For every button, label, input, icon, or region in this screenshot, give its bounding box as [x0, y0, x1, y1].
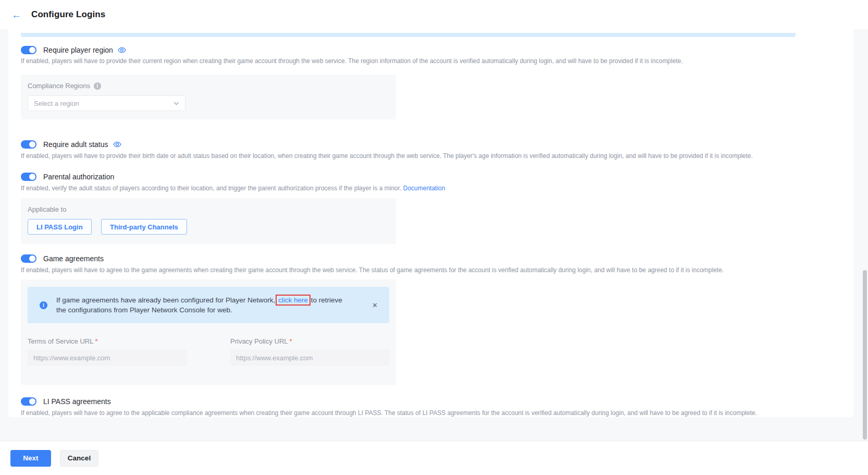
game-agreements-panel: i If game agreements have already been c…	[21, 279, 396, 385]
applicable-to-label: Applicable to	[28, 205, 389, 213]
parental-authorization-description-text: If enabled, verify the adult status of p…	[21, 185, 401, 192]
game-agreements-toggle[interactable]	[21, 254, 36, 263]
require-adult-status-description: If enabled, players will have to provide…	[21, 152, 841, 160]
applicable-to-panel: Applicable to LI PASS Login Third-party …	[21, 198, 396, 244]
require-adult-status-row: Require adult status	[21, 140, 841, 149]
info-circle-icon[interactable]: i	[94, 82, 101, 90]
game-agreements-info-banner: i If game agreements have already been c…	[28, 287, 389, 323]
info-circle-icon: i	[40, 301, 47, 309]
require-adult-status-label: Require adult status	[43, 140, 108, 149]
li-pass-agreements-description: If enabled, players will have to agree t…	[21, 409, 841, 417]
vertical-scrollbar[interactable]	[863, 270, 867, 440]
region-select-placeholder: Select a region	[34, 100, 79, 107]
eye-icon[interactable]	[118, 46, 126, 54]
info-banner-text: If game agreements have already been con…	[56, 295, 351, 315]
scrolled-banner-remnant	[21, 33, 796, 37]
agreement-url-fields: Terms of Service URL* Privacy Policy URL…	[28, 337, 389, 366]
parental-authorization-description: If enabled, verify the adult status of p…	[21, 185, 841, 192]
footer-bar: Next Cancel	[0, 441, 868, 475]
privacy-policy-label-text: Privacy Policy URL	[230, 337, 288, 345]
require-player-region-description: If enabled, players will have to provide…	[21, 57, 841, 65]
li-pass-agreements-row: LI PASS agreements	[21, 397, 841, 406]
required-asterisk: *	[95, 337, 97, 345]
cancel-button[interactable]: Cancel	[60, 450, 98, 467]
li-pass-login-button[interactable]: LI PASS Login	[28, 219, 92, 235]
game-agreements-description: If enabled, players will have to agree t…	[21, 266, 841, 274]
page-title: Configure Logins	[31, 9, 105, 20]
settings-card: Require player region If enabled, player…	[8, 29, 853, 417]
back-arrow-icon[interactable]: ←	[11, 10, 21, 20]
privacy-policy-label: Privacy Policy URL*	[230, 337, 389, 345]
li-pass-agreements-toggle[interactable]	[21, 397, 36, 406]
region-select[interactable]: Select a region	[28, 95, 185, 111]
chevron-down-icon	[173, 102, 179, 105]
terms-of-service-input[interactable]	[28, 350, 187, 366]
parental-authorization-row: Parental authorization	[21, 173, 841, 181]
terms-of-service-label: Terms of Service URL*	[28, 337, 187, 345]
parental-authorization-toggle[interactable]	[21, 173, 36, 181]
applicable-to-buttons: LI PASS Login Third-party Channels	[28, 213, 389, 235]
compliance-regions-label-row: Compliance Regions i	[28, 82, 389, 90]
compliance-regions-label: Compliance Regions	[28, 82, 90, 90]
privacy-policy-input[interactable]	[230, 350, 389, 366]
close-icon[interactable]: ✕	[371, 300, 379, 310]
third-party-channels-button[interactable]: Third-party Channels	[101, 219, 187, 235]
require-player-region-label: Require player region	[43, 46, 113, 54]
parental-authorization-label: Parental authorization	[43, 173, 114, 181]
privacy-policy-field: Privacy Policy URL*	[230, 337, 389, 366]
documentation-link[interactable]: Documentation	[403, 185, 445, 192]
game-agreements-row: Game agreements	[21, 254, 841, 263]
require-adult-status-toggle[interactable]	[21, 140, 36, 149]
terms-of-service-label-text: Terms of Service URL	[28, 337, 93, 345]
require-player-region-row: Require player region	[21, 46, 841, 54]
configure-logins-page: ← Configure Logins Require player region…	[0, 0, 868, 475]
click-here-link[interactable]: click here	[277, 296, 309, 304]
li-pass-agreements-label: LI PASS agreements	[43, 397, 111, 406]
info-banner-text-before: If game agreements have already been con…	[56, 296, 275, 304]
compliance-regions-panel: Compliance Regions i Select a region	[21, 75, 396, 119]
terms-of-service-field: Terms of Service URL*	[28, 337, 187, 366]
require-player-region-toggle[interactable]	[21, 46, 36, 54]
game-agreements-label: Game agreements	[43, 254, 104, 263]
required-asterisk: *	[290, 337, 292, 345]
next-button[interactable]: Next	[10, 450, 51, 467]
eye-icon[interactable]	[113, 140, 121, 149]
page-header: ← Configure Logins	[0, 0, 868, 29]
